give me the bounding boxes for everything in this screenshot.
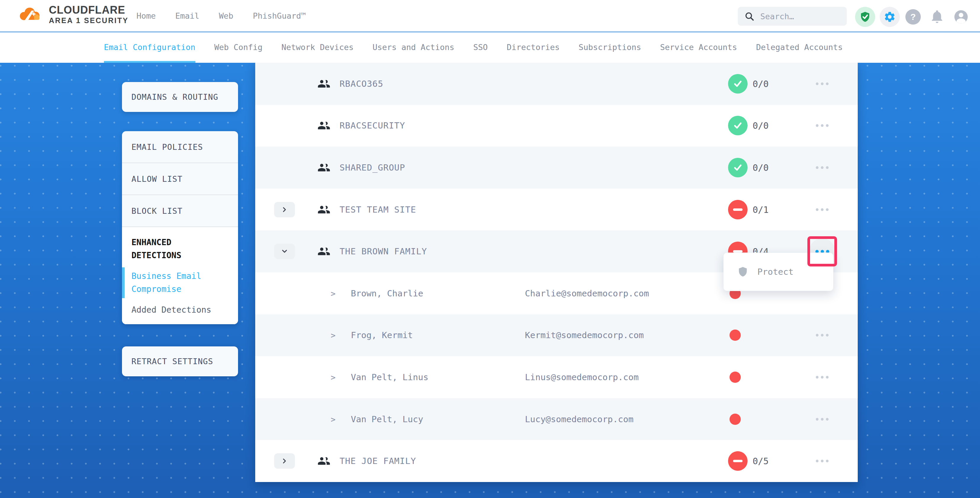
notifications-bell-icon[interactable]: [930, 10, 945, 24]
group-name: RBACSECURITY: [340, 121, 405, 130]
status-badge: [728, 451, 748, 471]
row-menu-button[interactable]: [810, 412, 835, 426]
group-row: SHARED_GROUP 0/0: [255, 146, 858, 189]
group-people-icon: [317, 119, 331, 132]
enhanced-detections-title: ENHANCED DETECTIONS: [132, 236, 223, 262]
tab-network-devices[interactable]: Network Devices: [281, 32, 353, 63]
top-nav-phishguard[interactable]: PhishGuard™: [253, 11, 306, 21]
enhanced-detections-section: ENHANCED DETECTIONS Business Email Compr…: [122, 227, 238, 324]
row-menu-button[interactable]: [810, 454, 835, 468]
member-email: Charlie@somedemocorp.com: [525, 288, 649, 298]
sidebar-policies-card: EMAIL POLICIESALLOW LISTBLOCK LIST ENHAN…: [122, 131, 238, 324]
member-chevron-icon[interactable]: >: [331, 415, 336, 424]
top-nav-home[interactable]: Home: [137, 11, 156, 21]
member-name: Van Pelt, Lucy: [351, 414, 423, 424]
status-dot: [730, 329, 741, 341]
tab-users-and-actions[interactable]: Users and Actions: [372, 32, 454, 63]
app-root: CLOUDFLARE AREA 1 SECURITY HomeEmailWebP…: [0, 0, 980, 498]
top-nav-email[interactable]: Email: [175, 11, 199, 21]
check-icon: [733, 79, 743, 89]
status-badge: [728, 200, 748, 220]
group-row: RBACSECURITY 0/0: [255, 105, 858, 147]
policy-list: EMAIL POLICIESALLOW LISTBLOCK LIST: [122, 131, 238, 227]
expand-chevron-button[interactable]: [274, 202, 295, 217]
member-name: Brown, Charlie: [351, 288, 423, 298]
group-name: SHARED_GROUP: [340, 162, 405, 173]
tab-directories[interactable]: Directories: [507, 32, 560, 63]
row-menu-button[interactable]: [810, 328, 835, 342]
menu-item-label: Protect: [757, 267, 794, 277]
protect-shield-icon: [737, 266, 748, 278]
group-name: THE BROWN FAMILY: [340, 246, 427, 256]
shield-check-icon: [859, 11, 871, 23]
row-menu-button[interactable]: [810, 160, 835, 175]
group-name: RBACO365: [340, 79, 383, 89]
question-mark-glyph: ?: [905, 9, 921, 25]
group-row: THE BROWN FAMILY 0/4 Protect: [255, 230, 858, 272]
person-icon: [953, 9, 969, 25]
chevron-icon: [281, 457, 288, 465]
member-row: > Frog, Kermit Kermit@somedemocorp.com: [255, 314, 858, 356]
cloudflare-logo[interactable]: CLOUDFLARE AREA 1 SECURITY: [17, 4, 129, 25]
row-menu-button[interactable]: [810, 76, 835, 91]
check-icon: [733, 121, 743, 130]
protected-count: 0/5: [752, 456, 768, 466]
top-nav: HomeEmailWebPhishGuard™: [137, 0, 306, 32]
member-name: Van Pelt, Linus: [351, 372, 428, 382]
group-people-icon: [317, 161, 331, 174]
status-badge: [728, 158, 748, 177]
status-dot: [730, 414, 741, 425]
tab-delegated-accounts[interactable]: Delegated Accounts: [756, 32, 843, 63]
sidebar-item-allow-list[interactable]: ALLOW LIST: [122, 163, 238, 195]
sidebar-item-label: RETRACT SETTINGS: [132, 357, 213, 366]
group-people-icon: [317, 245, 331, 258]
group-table: RBACO365 0/0 RBACSECURITY 0/0 SHARED_GRO…: [255, 63, 858, 482]
settings-gear-icon[interactable]: [880, 7, 900, 27]
row-menu-button[interactable]: [810, 370, 835, 384]
member-row: > Van Pelt, Lucy Lucy@somedemocorp.com: [255, 398, 858, 440]
member-chevron-icon[interactable]: >: [331, 289, 336, 298]
sidebar-item-domains-routing[interactable]: DOMAINS & ROUTING: [122, 82, 238, 112]
member-chevron-icon[interactable]: >: [331, 331, 336, 340]
tab-web-config[interactable]: Web Config: [214, 32, 262, 63]
minus-icon: [733, 460, 743, 462]
protected-count: 0/0: [752, 78, 768, 89]
search-box: [738, 7, 847, 26]
group-row: THE JOE FAMILY 0/5: [255, 440, 858, 482]
tab-service-accounts[interactable]: Service Accounts: [660, 32, 737, 63]
status-badge: [728, 74, 748, 94]
search-input[interactable]: [760, 11, 840, 21]
sidebar-item-block-list[interactable]: BLOCK LIST: [122, 195, 238, 227]
tab-email-configuration[interactable]: Email Configuration: [104, 32, 196, 63]
chevron-icon: [281, 248, 288, 255]
protected-count: 0/0: [752, 121, 768, 131]
tab-subscriptions[interactable]: Subscriptions: [579, 32, 641, 63]
sidebar-item-added-detections[interactable]: Added Detections: [132, 304, 223, 317]
group-people-icon: [317, 455, 331, 468]
group-name: TEST TEAM SITE: [340, 205, 416, 215]
gear-icon: [883, 11, 896, 23]
tab-sso[interactable]: SSO: [473, 32, 488, 63]
bell-icon: [930, 10, 945, 24]
member-chevron-icon[interactable]: >: [331, 372, 336, 382]
cloudflare-cloud-icon: [17, 4, 44, 22]
row-menu-button[interactable]: [810, 202, 835, 217]
sidebar-item-email-policies[interactable]: EMAIL POLICIES: [122, 131, 238, 163]
member-email: Lucy@somedemocorp.com: [525, 414, 633, 424]
row-dropdown-menu[interactable]: Protect: [723, 253, 834, 291]
status-dot: [730, 372, 741, 383]
security-shield-check-icon[interactable]: [855, 7, 875, 27]
top-nav-web[interactable]: Web: [219, 11, 233, 21]
sidebar-item-business-email-compromise[interactable]: Business Email Compromise: [132, 270, 223, 296]
sidebar-item-retract-settings[interactable]: RETRACT SETTINGS: [122, 347, 238, 376]
help-icon[interactable]: ?: [905, 9, 921, 25]
minus-icon: [733, 208, 743, 211]
status-badge: [728, 116, 748, 135]
group-row: TEST TEAM SITE 0/1: [255, 189, 858, 231]
group-people-icon: [317, 203, 331, 216]
row-menu-button[interactable]: [810, 118, 835, 133]
group-people-icon: [317, 77, 331, 90]
expand-chevron-button[interactable]: [274, 243, 295, 259]
expand-chevron-button[interactable]: [274, 453, 295, 469]
account-avatar-icon[interactable]: [953, 9, 969, 25]
